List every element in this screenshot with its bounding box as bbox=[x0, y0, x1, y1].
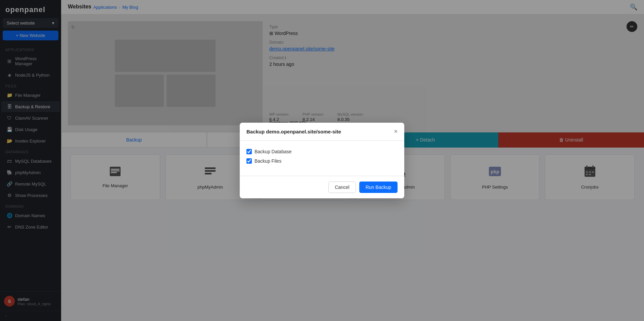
cancel-button[interactable]: Cancel bbox=[328, 182, 356, 193]
modal-footer: Cancel Run Backup bbox=[240, 176, 404, 198]
modal-header: Backup demo.openpanel.site/some-site × bbox=[240, 123, 404, 141]
modal-body: Backup Database Backup Files bbox=[240, 141, 404, 176]
backup-files-label: Backup Files bbox=[255, 158, 281, 164]
modal-title: Backup demo.openpanel.site/some-site bbox=[246, 129, 341, 134]
modal-overlay: Backup demo.openpanel.site/some-site × B… bbox=[0, 0, 644, 321]
backup-files-checkbox[interactable] bbox=[246, 158, 252, 164]
run-backup-button[interactable]: Run Backup bbox=[359, 182, 398, 193]
backup-database-checkbox[interactable] bbox=[246, 149, 252, 154]
backup-database-label: Backup Database bbox=[255, 149, 292, 154]
modal-close-button[interactable]: × bbox=[394, 128, 398, 135]
backup-database-row[interactable]: Backup Database bbox=[246, 149, 398, 154]
backup-files-row[interactable]: Backup Files bbox=[246, 158, 398, 164]
backup-modal: Backup demo.openpanel.site/some-site × B… bbox=[240, 123, 404, 198]
